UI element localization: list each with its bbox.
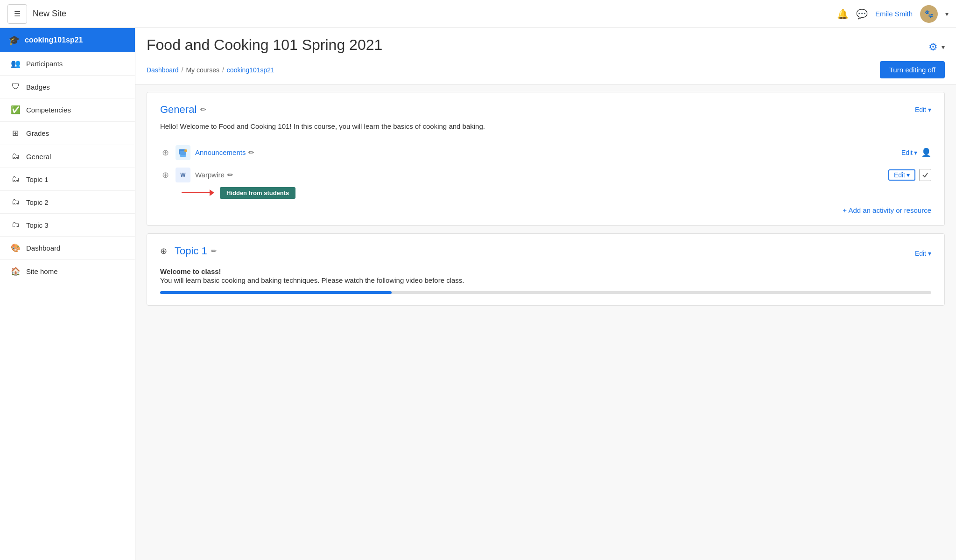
progress-bar-fill [160,291,392,294]
hamburger-button[interactable]: ☰ [7,4,27,24]
avatar[interactable]: 🐾 [920,5,938,23]
hidden-badge: Hidden from students [220,187,295,199]
page-header-row: Dashboard / My courses / cooking101sp21 … [147,61,945,78]
turn-editing-button[interactable]: Turn editing off [880,61,945,78]
arrow-line [182,192,210,193]
sidebar-item-label: Site home [26,267,58,275]
sidebar: 🎓 cooking101sp21 👥 Participants 🛡 Badges… [0,28,135,560]
sidebar-item-label: Grades [26,129,49,137]
add-activity-button[interactable]: + Add an activity or resource [843,206,931,214]
breadcrumb-mycourses: My courses [186,66,219,74]
breadcrumb-course[interactable]: cooking101sp21 [227,66,274,74]
notification-icon[interactable]: 🔔 [837,8,849,20]
page-header: Food and Cooking 101 Spring 2021 ⚙ ▾ Das… [135,28,956,84]
activity-announcements: ⊕ Announcements ✏ [160,141,931,164]
edit-chevron-icon: ▾ [928,106,931,113]
section-topic1: ⊕ Topic 1 ✏ Edit ▾ Welcome to class! You… [147,233,945,306]
gear-icon[interactable]: ⚙ [928,41,938,53]
svg-text:W: W [180,172,186,178]
warpwire-icon: W [176,168,190,182]
general-edit-button[interactable]: Edit ▾ [915,106,931,113]
sidebar-item-topic3[interactable]: 🗂 Topic 3 [0,214,135,237]
general-description: Hello! Welcome to Food and Cooking 101! … [160,121,931,132]
grades-icon: ⊞ [10,128,21,138]
sidebar-item-sitehome[interactable]: 🏠 Site home [0,260,135,283]
general-title-row: General ✏ Edit ▾ [160,104,931,116]
course-icon: 🎓 [8,35,20,46]
sidebar-item-badges[interactable]: 🛡 Badges [0,76,135,98]
sidebar-item-competencies[interactable]: ✅ Competencies [0,98,135,122]
page-title: Food and Cooking 101 Spring 2021 [147,36,382,54]
warpwire-edit-button[interactable]: Edit ▾ [888,169,915,181]
topic1-description: You will learn basic cooking and baking … [160,275,931,286]
add-activity-row: + Add an activity or resource [160,206,931,214]
sidebar-item-topic1[interactable]: 🗂 Topic 1 [0,168,135,191]
drag-handle-warpwire[interactable]: ⊕ [160,170,171,180]
hidden-row: Hidden from students [182,187,931,199]
breadcrumb-dashboard[interactable]: Dashboard [147,66,179,74]
sidebar-item-participants[interactable]: 👥 Participants [0,52,135,76]
check-icon[interactable] [919,169,931,181]
topic3-icon: 🗂 [10,220,21,230]
sidebar-item-label: Topic 2 [26,198,49,206]
topic1-title-row: ⊕ Topic 1 ✏ Edit ▾ [160,245,931,262]
warpwire-edit-chevron: ▾ [907,171,910,179]
topic1-pencil-icon[interactable]: ✏ [211,247,217,255]
sidebar-item-topic2[interactable]: 🗂 Topic 2 [0,191,135,214]
topic1-desc-bold: Welcome to class! [160,267,931,275]
topic1-title: Topic 1 ✏ [175,245,217,257]
sidebar-item-label: General [26,153,51,161]
site-title: New Site [33,9,837,19]
user-dropdown-arrow[interactable]: ▾ [945,10,949,18]
warpwire-pencil-icon[interactable]: ✏ [227,171,233,179]
gear-dropdown-arrow[interactable]: ▾ [942,43,945,51]
warpwire-edit-area: Edit ▾ [888,169,931,181]
sidebar-item-label: Topic 3 [26,221,49,229]
general-icon: 🗂 [10,152,21,161]
general-pencil-icon[interactable]: ✏ [200,105,206,114]
announcements-icon [176,145,190,160]
sidebar-item-general[interactable]: 🗂 General [0,145,135,168]
layout: 🎓 cooking101sp21 👥 Participants 🛡 Badges… [0,28,956,560]
arrow-indicator [182,189,214,196]
announcements-link[interactable]: Announcements ✏ [195,148,897,157]
activity-warpwire: ⊕ W Warpwire ✏ Edit ▾ [160,164,931,186]
topic1-icon: 🗂 [10,175,21,184]
section-general: General ✏ Edit ▾ Hello! Welcome to Food … [147,92,945,226]
topic1-edit-chevron: ▾ [928,250,931,257]
chat-icon[interactable]: 💬 [856,8,868,20]
general-title: General ✏ [160,104,206,116]
sidebar-item-label: Badges [26,83,50,91]
activity-list: ⊕ Announcements ✏ [160,141,931,199]
topic1-drag-handle[interactable]: ⊕ [160,246,167,256]
svg-point-3 [184,149,187,152]
sidebar-item-label: Competencies [26,106,71,114]
avatar-initials: 🐾 [924,9,934,18]
sidebar-course-header[interactable]: 🎓 cooking101sp21 [0,28,135,52]
badges-icon: 🛡 [10,82,21,91]
sidebar-course-code: cooking101sp21 [25,36,83,44]
competencies-icon: ✅ [10,105,21,115]
warpwire-name: Warpwire ✏ [195,171,884,179]
user-icon[interactable]: 👤 [921,147,931,158]
sidebar-item-dashboard[interactable]: 🎨 Dashboard [0,237,135,260]
main-content: Food and Cooking 101 Spring 2021 ⚙ ▾ Das… [135,28,956,560]
navbar-right: 🔔 💬 Emile Smith 🐾 ▾ [837,5,949,23]
announcements-edit-area: Edit ▾ 👤 [901,147,931,158]
drag-handle-announcements[interactable]: ⊕ [160,147,171,158]
username-link[interactable]: Emile Smith [875,10,913,18]
page-header-right: ⚙ ▾ [928,41,945,53]
navbar: ☰ New Site 🔔 💬 Emile Smith 🐾 ▾ [0,0,956,28]
sidebar-item-grades[interactable]: ⊞ Grades [0,122,135,145]
topic1-title-group: ⊕ Topic 1 ✏ [160,245,217,257]
topic1-edit-button[interactable]: Edit ▾ [915,250,931,257]
announcements-pencil-icon[interactable]: ✏ [248,148,254,157]
hamburger-icon: ☰ [14,9,21,18]
sidebar-item-label: Participants [26,60,63,68]
participants-icon: 👥 [10,59,21,69]
announcements-edit-button[interactable]: Edit ▾ [901,149,917,156]
sitehome-icon: 🏠 [10,266,21,276]
progress-bar-container [160,291,931,294]
announcements-edit-chevron: ▾ [914,149,917,156]
arrow-head [210,189,214,196]
